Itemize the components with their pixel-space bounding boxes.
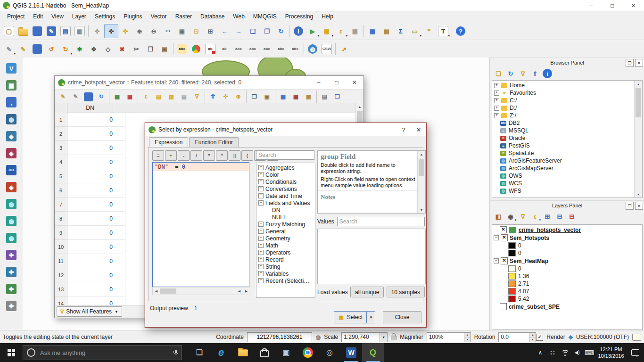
field-calculator-button[interactable]: ▩ (380, 24, 394, 38)
menu-help[interactable]: Help (317, 12, 338, 21)
taskbar-search-input[interactable] (39, 349, 170, 357)
help-button[interactable]: ? (396, 123, 411, 136)
expander-icon[interactable]: + (258, 250, 264, 255)
operator-button[interactable]: ^ (216, 150, 228, 161)
expander-icon[interactable]: + (494, 113, 499, 118)
editor-horizontal-scrollbar[interactable]: ◀ ◀ ▶ (152, 287, 250, 295)
new-project-button[interactable]: ▢ (2, 24, 16, 38)
globe-icon[interactable]: ◍ (315, 334, 321, 341)
menu-view[interactable]: View (47, 12, 68, 21)
row-number[interactable]: 14 (55, 296, 67, 305)
copy-features-button[interactable]: ❐ (143, 42, 157, 56)
scroll-thumb[interactable] (419, 159, 424, 176)
close-panel-button[interactable]: ✕ (635, 59, 643, 67)
function-group-geometry[interactable]: +Geometry (256, 235, 315, 242)
microphone-icon[interactable] (173, 350, 178, 356)
scroll-left-icon[interactable]: ◀ (153, 288, 160, 294)
menu-project[interactable]: Project (3, 12, 29, 21)
properties-widget-button[interactable]: i (541, 67, 553, 80)
tab-function-editor[interactable]: Function Editor (189, 137, 239, 147)
cortana-search-box[interactable] (23, 345, 182, 360)
new-spatialite-layer-button[interactable]: ✚ (4, 265, 18, 279)
rotate-label-button[interactable]: abc (274, 42, 288, 56)
menu-database[interactable]: Database (196, 12, 229, 21)
minimize-button[interactable]: – (310, 76, 328, 89)
row-number[interactable]: 9 (55, 226, 67, 240)
row-number[interactable]: 1 (55, 113, 67, 127)
cut-features-button[interactable]: ✂ (129, 42, 143, 56)
function-group-string[interactable]: +String (256, 263, 315, 270)
measure-button[interactable]: ▭▾ (408, 24, 422, 38)
browser-item-oracle[interactable]: ≡Oracle (492, 134, 642, 142)
expander-icon[interactable]: − (494, 258, 499, 263)
deselect-all-button[interactable]: ▦ (348, 24, 362, 38)
network-button[interactable] (559, 343, 571, 362)
operator-button[interactable]: - (178, 150, 190, 161)
spinner-arrows[interactable]: ▲▼ (529, 333, 536, 342)
expander-icon[interactable]: + (258, 257, 264, 262)
ink-workspace-button[interactable]: ∷ (546, 343, 559, 362)
expander-icon[interactable]: + (258, 264, 264, 269)
menu-edit[interactable]: Edit (29, 12, 47, 21)
dialog-titlebar[interactable]: Select by expression - crime_hotspots_ve… (145, 123, 426, 136)
select-features-button[interactable]: ▦▾ (320, 24, 334, 38)
close-button[interactable]: ✕ (346, 76, 363, 89)
hidden-icons-button[interactable]: ∧ (534, 343, 546, 362)
chrome-button[interactable] (297, 343, 319, 362)
add-wcs-layer-button[interactable]: ◍ (4, 214, 18, 228)
expander-icon[interactable]: + (258, 243, 264, 248)
toggle-editing-button[interactable]: ✎ (57, 90, 69, 103)
row-number[interactable]: 12 (55, 268, 67, 282)
menu-layer[interactable]: Layer (68, 12, 91, 21)
expander-icon[interactable]: + (258, 186, 264, 191)
operator-button[interactable]: ( (241, 150, 253, 161)
new-memory-layer-button[interactable]: ✚ (4, 299, 18, 313)
paste-features-button[interactable]: ▣ (261, 90, 273, 103)
paste-features-button[interactable]: ▣ (157, 42, 172, 56)
layer-crime-subset-spe[interactable]: crime_subset_SPE (492, 303, 642, 311)
layer-checkbox[interactable]: ✕ (500, 226, 507, 233)
help-button[interactable]: ? (454, 24, 468, 38)
table-corner-cell[interactable] (55, 103, 67, 113)
layer-checkbox[interactable] (500, 303, 507, 310)
layer-sem-hotspots[interactable]: −✕Sem_Hotspots (492, 234, 642, 242)
save-project-button[interactable] (30, 24, 44, 38)
add-delimited-text-layer-button[interactable]: , (4, 95, 18, 109)
zoom-to-selection-button[interactable]: ⊡ (189, 24, 203, 38)
close-button[interactable]: ✕ (623, 0, 644, 11)
composer-manager-button[interactable]: ▥ (73, 24, 87, 38)
zoom-last-button[interactable]: ← (217, 24, 231, 38)
copy-selected-rows-button[interactable]: ❐ (248, 90, 261, 103)
dock-attribute-table-button[interactable]: ❐ (331, 90, 344, 103)
float-panel-button[interactable]: ❐ (626, 59, 634, 67)
cell-dn-value[interactable]: 0 (67, 169, 125, 183)
tab-expression[interactable]: Expression (149, 137, 188, 147)
node-tool-button[interactable]: ◇ (101, 42, 115, 56)
pan-to-selection-button[interactable]: ✜ (219, 90, 232, 103)
function-group-variables[interactable]: +Variables (256, 270, 315, 277)
select-by-expression-button[interactable]: ε (140, 90, 152, 103)
expander-icon[interactable]: + (258, 179, 264, 184)
add-db2-layer-button[interactable]: DB (4, 163, 18, 177)
pan-map-button[interactable]: ✜ (104, 24, 118, 38)
browser-item-z[interactable]: +Z:/ (492, 112, 642, 119)
open-attribute-table-button[interactable]: ▦ (365, 24, 380, 38)
rotation-spinner[interactable]: 0.0 ▲▼ (498, 332, 536, 342)
add-wfs-layer-button[interactable]: ◍ (4, 231, 18, 245)
manage-map-themes-button[interactable]: ◉▾ (504, 210, 517, 222)
current-edits-button[interactable]: ✎▾ (2, 42, 16, 56)
taskbar-clock[interactable]: 12:21 PM 10/13/2016 (595, 346, 627, 359)
row-number[interactable]: 6 (55, 183, 67, 197)
filter-legend-expression-button[interactable]: ε▾ (529, 210, 541, 222)
add-feature-button[interactable]: ▦ (111, 90, 124, 103)
save-edits-button[interactable] (82, 90, 95, 103)
filter-browser-button[interactable]: ∇ (517, 67, 529, 80)
menu-settings[interactable]: Settings (91, 12, 119, 21)
browser-item-mssql[interactable]: ≡MSSQL (492, 127, 642, 134)
pan-to-selection-button[interactable]: ✜ (118, 24, 132, 38)
function-group-record[interactable]: +Record (256, 256, 315, 263)
start-button[interactable] (0, 343, 23, 362)
row-number[interactable]: 8 (55, 212, 67, 226)
add-raster-layer-button[interactable]: ▦ (4, 78, 18, 92)
expander-icon[interactable]: + (258, 165, 264, 170)
